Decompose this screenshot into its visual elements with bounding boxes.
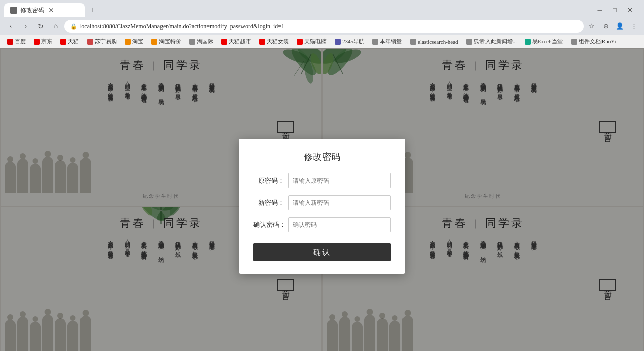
menu-icon[interactable]: ⋮ (628, 20, 640, 32)
old-password-label: 原密码： (253, 176, 284, 185)
url-display: localhost:8080/ClazzMemoManager/main.do?… (79, 23, 284, 30)
bookmark-favicon (571, 39, 577, 45)
profile-icon[interactable]: 👤 (614, 20, 626, 32)
new-password-label: 新密码： (253, 198, 284, 207)
modal-overlay: 修改密码 原密码： 新密码： 确认密码： 确认 (0, 48, 644, 351)
bookmark-fox-news[interactable]: 狐常入此新闻增... (463, 37, 520, 46)
old-password-row: 原密码： (253, 173, 391, 188)
forward-button[interactable]: › (19, 20, 32, 33)
bookmark-favicon (7, 39, 13, 45)
bookmark-tianmao-fashion[interactable]: 天猫女装 (256, 37, 292, 46)
bookmark-taobao[interactable]: 淘宝 (122, 37, 146, 46)
bookmark-sales[interactable]: 本年销量 (369, 37, 405, 46)
bookmark-excel[interactable]: 易Excel·当堂 (522, 37, 566, 46)
address-input[interactable]: 🔒 localhost:8080/ClazzMemoManager/main.d… (64, 20, 584, 33)
new-password-row: 新密码： (253, 195, 391, 210)
confirm-password-label: 确认密码： (253, 220, 284, 229)
bookmark-suning[interactable]: 苏宁易购 (84, 37, 120, 46)
maximize-btn[interactable]: □ (609, 4, 621, 16)
bookmark-favicon (125, 39, 131, 45)
browser-chrome: 修改密码 ✕ + ─ □ ✕ ‹ › ↻ ⌂ 🔒 localhost:8080/… (0, 0, 644, 35)
modify-password-modal: 修改密码 原密码： 新密码： 确认密码： 确认 (239, 139, 405, 274)
bookmark-favicon (87, 39, 93, 45)
minimize-btn[interactable]: ─ (594, 4, 606, 16)
bookmark-favicon (372, 39, 378, 45)
bookmark-favicon (525, 39, 531, 45)
active-tab[interactable]: 修改密码 ✕ (4, 3, 85, 17)
new-password-input[interactable] (288, 195, 391, 210)
bookmark-favicon (466, 39, 472, 45)
address-bar-row: ‹ › ↻ ⌂ 🔒 localhost:8080/ClazzMemoManage… (0, 17, 644, 35)
bookmark-taobao-special[interactable]: 淘宝特价 (148, 37, 184, 46)
confirm-password-input[interactable] (288, 217, 391, 232)
back-button[interactable]: ‹ (4, 20, 17, 33)
bookmark-favicon (189, 39, 195, 45)
old-password-input[interactable] (288, 173, 391, 188)
bookmark-favicon (259, 39, 265, 45)
browser-actions: ☆ ⊕ 👤 ⋮ (586, 20, 640, 32)
bookmark-tianmao[interactable]: 天猫 (57, 37, 82, 46)
tab-close-btn[interactable]: ✕ (48, 6, 54, 15)
bookmark-favicon (335, 39, 341, 45)
bookmark-favicon (60, 39, 66, 45)
bookmark-tianmao-intl[interactable]: 淘国际 (186, 37, 216, 46)
bookmark-baidu[interactable]: 百度 (4, 37, 29, 46)
bookmark-favicon (34, 39, 40, 45)
bookmark-ruoyi[interactable]: 组件文档|RuoYi (568, 37, 619, 46)
tab-title: 修改密码 (20, 6, 44, 15)
close-window-btn[interactable]: ✕ (624, 4, 636, 16)
reload-button[interactable]: ↻ (34, 20, 47, 33)
bookmark-star-icon[interactable]: ☆ (586, 20, 598, 32)
bookmark-favicon (410, 39, 416, 45)
bookmark-favicon (151, 39, 157, 45)
bookmark-jd[interactable]: 京东 (31, 37, 55, 46)
bookmark-tianmao-super[interactable]: 天猫超市 (218, 37, 254, 46)
bookmark-2345[interactable]: 2345导航 (332, 37, 367, 46)
extensions-icon[interactable]: ⊕ (600, 20, 612, 32)
bookmark-tianmao-pc[interactable]: 天猫电脑 (294, 37, 330, 46)
page-content: 青春 ｜ 同学录 在成长的岁月中，曾经陪你笑着你 慈的朋友，是一辈子都不 会忘记… (0, 48, 644, 351)
confirm-button[interactable]: 确认 (253, 243, 391, 261)
tab-bar: 修改密码 ✕ + ─ □ ✕ (0, 0, 644, 17)
bookmark-favicon (297, 39, 303, 45)
new-tab-button[interactable]: + (87, 4, 99, 16)
confirm-password-row: 确认密码： (253, 217, 391, 232)
bookmarks-bar: 百度 京东 天猫 苏宁易购 淘宝 淘宝特价 淘国际 天猫超市 天猫女装 天猫电脑… (0, 35, 644, 48)
modal-title: 修改密码 (253, 151, 391, 163)
home-button[interactable]: ⌂ (49, 20, 62, 33)
bookmark-favicon (221, 39, 227, 45)
bookmark-es-head[interactable]: elasticsearch-head (407, 38, 461, 46)
tab-favicon (10, 7, 17, 14)
